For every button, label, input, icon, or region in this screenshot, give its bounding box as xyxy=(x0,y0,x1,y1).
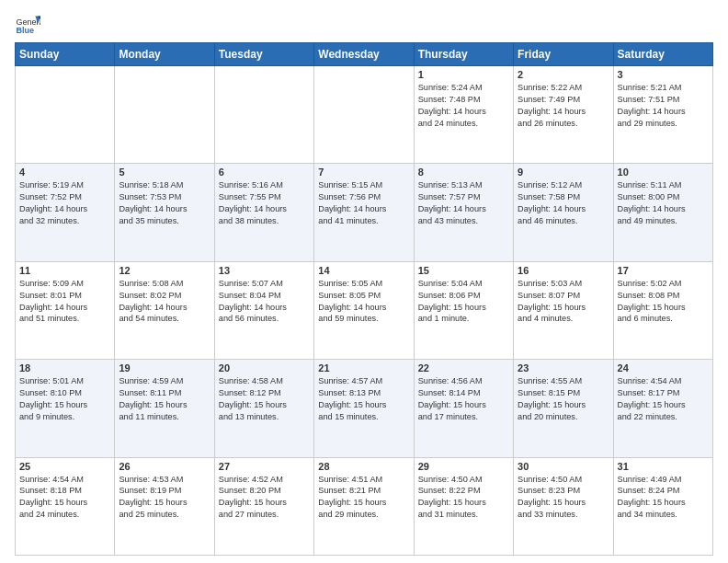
day-number: 27 xyxy=(219,461,310,472)
day-number: 19 xyxy=(119,362,210,373)
day-number: 23 xyxy=(518,362,609,373)
calendar-cell: 4Sunrise: 5:19 AMSunset: 7:52 PMDaylight… xyxy=(16,164,115,261)
calendar-cell: 13Sunrise: 5:07 AMSunset: 8:04 PMDayligh… xyxy=(214,261,313,359)
day-number: 9 xyxy=(518,167,609,178)
calendar-cell: 19Sunrise: 4:59 AMSunset: 8:11 PMDayligh… xyxy=(115,360,214,457)
week-row-5: 25Sunrise: 4:54 AMSunset: 8:18 PMDayligh… xyxy=(16,457,713,555)
day-info: Sunrise: 5:08 AMSunset: 8:02 PMDaylight:… xyxy=(119,278,210,326)
weekday-header-friday: Friday xyxy=(514,43,613,66)
day-info: Sunrise: 4:54 AMSunset: 8:18 PMDaylight:… xyxy=(19,474,110,522)
calendar-cell: 22Sunrise: 4:56 AMSunset: 8:14 PMDayligh… xyxy=(414,360,513,457)
calendar-cell xyxy=(16,66,115,164)
day-number: 6 xyxy=(219,167,310,178)
week-row-3: 11Sunrise: 5:09 AMSunset: 8:01 PMDayligh… xyxy=(16,261,713,359)
day-info: Sunrise: 5:13 AMSunset: 7:57 PMDaylight:… xyxy=(418,179,509,227)
day-info: Sunrise: 4:56 AMSunset: 8:14 PMDaylight:… xyxy=(418,375,509,423)
day-number: 25 xyxy=(19,461,110,472)
calendar-cell xyxy=(115,66,214,164)
day-number: 7 xyxy=(318,167,409,178)
day-info: Sunrise: 4:52 AMSunset: 8:20 PMDaylight:… xyxy=(219,474,310,522)
day-number: 4 xyxy=(19,167,110,178)
calendar-cell: 9Sunrise: 5:12 AMSunset: 7:58 PMDaylight… xyxy=(514,164,613,261)
calendar-cell xyxy=(214,66,313,164)
calendar-cell: 14Sunrise: 5:05 AMSunset: 8:05 PMDayligh… xyxy=(314,261,414,359)
calendar-cell: 20Sunrise: 4:58 AMSunset: 8:12 PMDayligh… xyxy=(214,360,313,457)
calendar-cell: 29Sunrise: 4:50 AMSunset: 8:22 PMDayligh… xyxy=(414,457,513,555)
day-info: Sunrise: 5:24 AMSunset: 7:48 PMDaylight:… xyxy=(418,82,509,130)
day-info: Sunrise: 4:58 AMSunset: 8:12 PMDaylight:… xyxy=(219,375,310,423)
calendar-table: SundayMondayTuesdayWednesdayThursdayFrid… xyxy=(15,42,713,556)
header: General Blue xyxy=(15,11,713,37)
day-info: Sunrise: 5:19 AMSunset: 7:52 PMDaylight:… xyxy=(19,179,110,227)
calendar-cell: 23Sunrise: 4:55 AMSunset: 8:15 PMDayligh… xyxy=(514,360,613,457)
weekday-header-saturday: Saturday xyxy=(613,43,712,66)
day-info: Sunrise: 5:07 AMSunset: 8:04 PMDaylight:… xyxy=(219,278,310,326)
day-info: Sunrise: 5:22 AMSunset: 7:49 PMDaylight:… xyxy=(518,82,609,130)
calendar-cell: 31Sunrise: 4:49 AMSunset: 8:24 PMDayligh… xyxy=(613,457,712,555)
day-number: 13 xyxy=(219,265,310,276)
day-info: Sunrise: 5:04 AMSunset: 8:06 PMDaylight:… xyxy=(418,278,509,326)
weekday-header-thursday: Thursday xyxy=(414,43,513,66)
day-number: 16 xyxy=(518,265,609,276)
day-info: Sunrise: 5:21 AMSunset: 7:51 PMDaylight:… xyxy=(618,82,709,130)
day-info: Sunrise: 5:03 AMSunset: 8:07 PMDaylight:… xyxy=(518,278,609,326)
day-number: 31 xyxy=(618,461,709,472)
day-number: 14 xyxy=(318,265,409,276)
day-info: Sunrise: 4:53 AMSunset: 8:19 PMDaylight:… xyxy=(119,474,210,522)
day-info: Sunrise: 4:50 AMSunset: 8:23 PMDaylight:… xyxy=(518,474,609,522)
day-info: Sunrise: 5:01 AMSunset: 8:10 PMDaylight:… xyxy=(19,375,110,423)
day-info: Sunrise: 5:16 AMSunset: 7:55 PMDaylight:… xyxy=(219,179,310,227)
calendar-cell: 16Sunrise: 5:03 AMSunset: 8:07 PMDayligh… xyxy=(514,261,613,359)
calendar-cell: 10Sunrise: 5:11 AMSunset: 8:00 PMDayligh… xyxy=(613,164,712,261)
calendar-cell: 12Sunrise: 5:08 AMSunset: 8:02 PMDayligh… xyxy=(115,261,214,359)
day-info: Sunrise: 5:05 AMSunset: 8:05 PMDaylight:… xyxy=(318,278,409,326)
svg-text:Blue: Blue xyxy=(16,26,34,35)
day-number: 3 xyxy=(618,69,709,80)
day-number: 18 xyxy=(19,362,110,373)
calendar-cell: 7Sunrise: 5:15 AMSunset: 7:56 PMDaylight… xyxy=(314,164,414,261)
calendar-cell: 18Sunrise: 5:01 AMSunset: 8:10 PMDayligh… xyxy=(16,360,115,457)
logo: General Blue xyxy=(15,11,42,37)
day-number: 22 xyxy=(418,362,509,373)
day-number: 12 xyxy=(119,265,210,276)
calendar-cell: 15Sunrise: 5:04 AMSunset: 8:06 PMDayligh… xyxy=(414,261,513,359)
day-info: Sunrise: 4:55 AMSunset: 8:15 PMDaylight:… xyxy=(518,375,609,423)
weekday-header-wednesday: Wednesday xyxy=(314,43,414,66)
day-info: Sunrise: 4:51 AMSunset: 8:21 PMDaylight:… xyxy=(318,474,409,522)
calendar-cell: 3Sunrise: 5:21 AMSunset: 7:51 PMDaylight… xyxy=(613,66,712,164)
weekday-header-row: SundayMondayTuesdayWednesdayThursdayFrid… xyxy=(16,43,713,66)
week-row-1: 1Sunrise: 5:24 AMSunset: 7:48 PMDaylight… xyxy=(16,66,713,164)
day-info: Sunrise: 5:18 AMSunset: 7:53 PMDaylight:… xyxy=(119,179,210,227)
calendar-cell: 11Sunrise: 5:09 AMSunset: 8:01 PMDayligh… xyxy=(16,261,115,359)
day-number: 15 xyxy=(418,265,509,276)
day-number: 29 xyxy=(418,461,509,472)
calendar-cell: 1Sunrise: 5:24 AMSunset: 7:48 PMDaylight… xyxy=(414,66,513,164)
day-number: 2 xyxy=(518,69,609,80)
logo-icon: General Blue xyxy=(15,11,40,37)
day-number: 24 xyxy=(618,362,709,373)
day-info: Sunrise: 5:09 AMSunset: 8:01 PMDaylight:… xyxy=(19,278,110,326)
day-info: Sunrise: 4:57 AMSunset: 8:13 PMDaylight:… xyxy=(318,375,409,423)
calendar-cell: 26Sunrise: 4:53 AMSunset: 8:19 PMDayligh… xyxy=(115,457,214,555)
day-number: 10 xyxy=(618,167,709,178)
day-info: Sunrise: 4:59 AMSunset: 8:11 PMDaylight:… xyxy=(119,375,210,423)
calendar-cell: 6Sunrise: 5:16 AMSunset: 7:55 PMDaylight… xyxy=(214,164,313,261)
day-number: 21 xyxy=(318,362,409,373)
weekday-header-sunday: Sunday xyxy=(16,43,115,66)
calendar-cell: 2Sunrise: 5:22 AMSunset: 7:49 PMDaylight… xyxy=(514,66,613,164)
day-number: 1 xyxy=(418,69,509,80)
calendar-cell: 21Sunrise: 4:57 AMSunset: 8:13 PMDayligh… xyxy=(314,360,414,457)
day-info: Sunrise: 5:11 AMSunset: 8:00 PMDaylight:… xyxy=(618,179,709,227)
day-number: 5 xyxy=(119,167,210,178)
page: General Blue SundayMondayTuesdayWednesda… xyxy=(0,0,728,563)
day-info: Sunrise: 4:50 AMSunset: 8:22 PMDaylight:… xyxy=(418,474,509,522)
week-row-2: 4Sunrise: 5:19 AMSunset: 7:52 PMDaylight… xyxy=(16,164,713,261)
day-number: 30 xyxy=(518,461,609,472)
calendar-cell: 30Sunrise: 4:50 AMSunset: 8:23 PMDayligh… xyxy=(514,457,613,555)
calendar-cell: 25Sunrise: 4:54 AMSunset: 8:18 PMDayligh… xyxy=(16,457,115,555)
day-number: 20 xyxy=(219,362,310,373)
calendar-cell xyxy=(314,66,414,164)
calendar-cell: 8Sunrise: 5:13 AMSunset: 7:57 PMDaylight… xyxy=(414,164,513,261)
day-number: 8 xyxy=(418,167,509,178)
weekday-header-tuesday: Tuesday xyxy=(214,43,313,66)
